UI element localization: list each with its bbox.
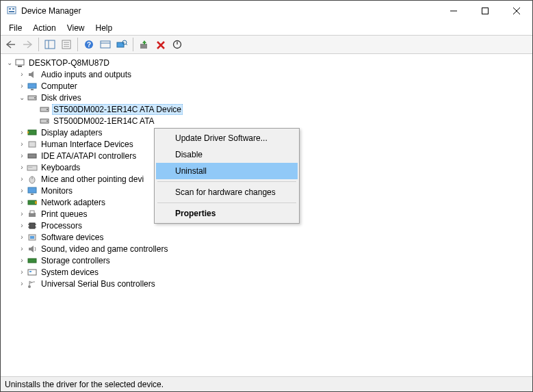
help-button[interactable]: ? [81,37,96,52]
mouse-icon [27,174,38,185]
svg-rect-23 [16,60,24,65]
svg-rect-49 [29,223,35,228]
tree-item-usb[interactable]: › Universal Serial Bus controllers [2,278,531,289]
svg-rect-0 [8,7,16,14]
tree-item-audio[interactable]: › Audio inputs and outputs [2,68,531,80]
svg-rect-34 [27,131,29,133]
expand-icon[interactable]: › [17,198,27,207]
disk-drive-icon [27,92,38,103]
ctx-disable[interactable]: Disable [156,146,298,163]
close-button[interactable] [501,1,532,21]
tree-label: Monitors [40,186,74,196]
computer-icon [27,81,38,92]
menu-file[interactable]: File [3,22,27,34]
show-hide-button[interactable] [42,37,57,52]
svg-rect-35 [29,142,36,147]
collapse-icon[interactable]: ⌄ [17,93,27,103]
svg-rect-46 [35,201,37,204]
expand-icon[interactable]: › [17,279,27,289]
properties-button[interactable] [59,37,74,52]
svg-rect-55 [30,236,34,239]
tree-label: Disk drives [40,93,83,103]
network-adapter-icon [27,197,38,208]
printer-icon [27,209,38,220]
window-title: Device Manager [21,6,438,16]
uninstall-button[interactable] [153,37,168,52]
expand-icon[interactable]: › [17,244,27,254]
keyboard-icon [27,162,38,173]
tree-label: Audio inputs and outputs [40,70,133,79]
tree-label: Print queues [40,209,88,219]
tree-label: ST500DM002-1ER14C ATA Device [52,104,183,115]
svg-rect-21 [140,44,147,49]
ctx-properties[interactable]: Properties [156,205,298,222]
svg-rect-40 [31,167,32,168]
tree-item-disk-drives[interactable]: ⌄ Disk drives [2,92,531,103]
processor-icon [27,220,38,231]
expand-icon[interactable]: › [17,256,27,265]
window-controls [438,1,532,21]
menu-bar: File Action View Help [1,21,532,35]
menu-action[interactable]: Action [27,22,61,34]
expand-icon[interactable]: › [17,70,27,79]
device-tree[interactable]: ⌄ DESKTOP-Q8MU87D › Audio inputs and out… [1,54,532,376]
minimize-button[interactable] [438,1,469,21]
disk-drive-icon [39,104,50,115]
context-menu: Update Driver Software... Disable Uninst… [154,128,300,224]
expand-icon[interactable]: › [17,267,27,277]
expand-icon[interactable]: › [17,140,27,149]
tree-item-computer[interactable]: › Computer [2,80,531,92]
scan-hardware-button[interactable] [114,37,129,52]
expand-icon[interactable]: › [17,128,27,138]
tree-label: Human Interface Devices [40,140,135,149]
expand-icon[interactable]: › [17,209,27,219]
expand-icon[interactable]: › [17,233,27,242]
tree-label: ST500DM002-1ER14C ATA [52,116,156,126]
tree-item-software[interactable]: › Software devices [2,231,531,243]
expand-icon[interactable]: › [17,151,27,161]
tree-label: IDE ATA/ATAPI controllers [40,151,138,161]
expand-icon[interactable]: › [17,81,27,91]
tree-label: Display adapters [40,128,103,138]
forward-button[interactable] [20,37,35,52]
maximize-button[interactable] [469,1,501,21]
svg-point-30 [47,109,48,110]
tree-item-system[interactable]: › System devices [2,266,531,278]
update-driver-button[interactable] [137,37,152,52]
ctx-uninstall[interactable]: Uninstall [156,163,298,179]
disk-drive-icon [39,116,50,127]
back-button[interactable] [3,37,18,52]
menu-view[interactable]: View [62,22,90,34]
svg-rect-36 [28,154,36,158]
software-device-icon [27,232,38,243]
expand-icon[interactable]: › [17,163,27,172]
ide-controller-icon [27,151,38,161]
tree-item-disk-2[interactable]: ST500DM002-1ER14C ATA [2,115,531,127]
expand-icon[interactable]: › [17,221,27,231]
tree-label: Universal Serial Bus controllers [40,279,157,289]
toolbar-separator [77,38,78,51]
svg-rect-37 [27,166,37,170]
tree-label: Processors [40,221,83,231]
svg-point-59 [28,285,31,288]
disable-button[interactable] [170,37,185,52]
collapse-icon[interactable]: ⌄ [5,58,14,68]
view-button[interactable] [98,37,113,52]
tree-item-disk-1[interactable]: ST500DM002-1ER14C ATA Device [2,103,531,115]
system-device-icon [27,267,38,278]
usb-controller-icon [27,278,38,289]
menu-help[interactable]: Help [90,22,118,34]
tree-item-sound[interactable]: › Sound, video and game controllers [2,243,531,254]
ctx-scan-hardware[interactable]: Scan for hardware changes [156,184,298,200]
expand-icon[interactable]: › [17,174,27,184]
svg-rect-24 [18,66,22,67]
tree-label: Sound, video and game controllers [40,244,169,254]
tree-item-storage[interactable]: › Storage controllers [2,254,531,266]
ctx-update-driver[interactable]: Update Driver Software... [156,130,298,146]
tree-label: System devices [40,267,100,277]
expand-icon[interactable]: › [17,186,27,196]
tree-root[interactable]: ⌄ DESKTOP-Q8MU87D [2,57,531,68]
svg-rect-16 [101,41,110,48]
svg-rect-2 [12,8,14,10]
tree-label: DESKTOP-Q8MU87D [27,58,111,68]
